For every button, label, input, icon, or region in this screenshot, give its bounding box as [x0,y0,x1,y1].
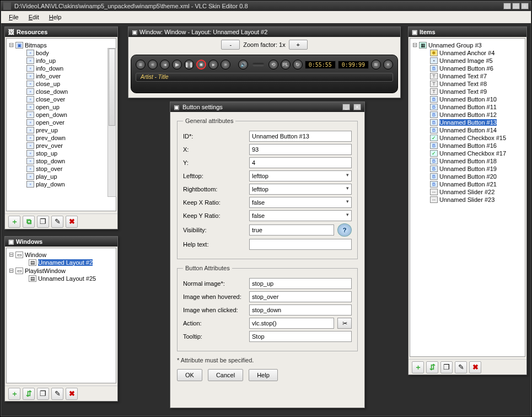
pl-icon[interactable]: PL [281,60,291,70]
item-node[interactable]: BUnnamed Button #11 [412,103,523,111]
copy-button[interactable]: ❐ [37,388,49,400]
windows-title[interactable]: ▣ Windows [5,237,117,247]
copy-button[interactable]: ❐ [440,361,453,373]
add-button[interactable]: ＋ [8,388,20,400]
vol-icon[interactable]: 🔊 [238,60,248,70]
zoom-out-button[interactable]: - [221,40,240,50]
menu-edit[interactable]: Edit [24,13,44,22]
normnormal-input[interactable]: stop_up [249,278,352,289]
resources-scrollbar[interactable] [108,48,116,197]
add2-button[interactable]: ⧉ [23,216,35,228]
edit-button[interactable]: ✎ [51,216,63,228]
item-node[interactable]: TUnnamed Text #8 [412,80,523,88]
bitmap-item[interactable]: ▫close_up [9,80,114,88]
action-edit-button[interactable]: ✂ [337,318,352,329]
x-input[interactable]: 93 [249,144,352,155]
bitmap-item[interactable]: ▫prev_down [9,134,114,142]
item-node[interactable]: ▫Unnamed Image #5 [412,57,523,65]
vis-input[interactable]: true [249,224,334,236]
item-node[interactable]: BUnnamed Button #21 [412,180,523,188]
items-tree[interactable]: ▦ Unnamed Group #3 ✱Unnamed Anchor #4▫Un… [410,38,525,357]
settings-titlebar[interactable]: ▣ Button settings _ × [170,102,364,112]
layout2-node[interactable]: ▤ Unnamed Layout #25 [9,275,114,282]
item-node[interactable]: TUnnamed Text #7 [412,72,523,80]
repeat-icon[interactable]: ↻ [293,60,303,70]
item-node[interactable]: BUnnamed Button #12 [412,111,523,119]
bitmap-item[interactable]: ▫close_over [9,95,114,103]
item-node[interactable]: BUnnamed Button #13 [412,119,523,126]
item-node[interactable]: BUnnamed Button #6 [412,65,523,72]
helptext-input[interactable] [249,239,352,250]
shuffle-icon[interactable]: ⟲ [268,60,278,70]
dlg-min-button[interactable]: _ [342,104,350,110]
preview-title[interactable]: ▣ Window: Window - Layout: Unnamed Layou… [128,27,400,37]
window-node[interactable]: ▭ Window [9,250,114,259]
item-node[interactable]: BUnnamed Button #19 [412,165,523,173]
lefttop-select[interactable]: lefttop [249,170,352,181]
skin-preview[interactable]: ≡ « ◂ ▶ ❚❚ ■ ▸ » 🔊 ⟲ PL ↻ 0:55:55 0:99:9… [131,55,398,93]
close-button[interactable]: × [521,3,529,9]
item-node[interactable]: ↔Unnamed Slider #23 [412,196,523,204]
prev-icon[interactable]: ◂ [160,60,170,70]
bitmaps-root[interactable]: ▣ Bitmaps [9,41,114,49]
keepy-select[interactable]: false [249,210,352,221]
pause-icon[interactable]: ❚❚ [184,60,194,70]
item-node[interactable]: TUnnamed Text #9 [412,88,523,95]
bitmap-item[interactable]: ▫open_up [9,103,114,111]
action-input[interactable]: vlc.stop() [249,318,334,329]
bitmap-item[interactable]: ▫prev_over [9,142,114,149]
bitmap-item[interactable]: ▫play_down [9,180,114,188]
menu-help[interactable]: Help [45,13,66,22]
bitmap-item[interactable]: ▫play_up [9,173,114,180]
next-icon[interactable]: ▸ [208,60,218,70]
cancel-button[interactable]: Cancel [208,369,243,381]
bitmap-item[interactable]: ▫stop_down [9,157,114,165]
y-input[interactable]: 4 [249,157,352,168]
titlebar[interactable]: D:\VideoLAN\VLC\skins\winamp5_unpacked\w… [1,1,531,11]
item-node[interactable]: BUnnamed Button #10 [412,95,523,103]
item-node[interactable]: ✓Unnamed Checkbox #15 [412,134,523,142]
tooltip-input[interactable]: Stop [249,331,352,342]
bitmap-item[interactable]: ▫open_over [9,119,114,126]
item-node[interactable]: BUnnamed Button #20 [412,173,523,180]
maximize-button[interactable]: □ [512,3,520,9]
rew-icon[interactable]: « [148,60,158,70]
edit-button[interactable]: ✎ [455,361,467,373]
items-title[interactable]: ▣ Items [409,27,526,37]
updown-button[interactable]: ⇵ [426,361,438,373]
group-root[interactable]: ▦ Unnamed Group #3 [412,41,523,49]
resources-title[interactable]: 🖼 Resources [5,27,117,37]
menu-file[interactable]: File [4,13,23,22]
ok-button[interactable]: OK [177,369,202,381]
item-node[interactable]: ✓Unnamed Checkbox #17 [412,149,523,157]
ffwd-icon[interactable]: » [221,60,230,70]
play-icon[interactable]: ▶ [172,60,182,70]
dlg-close-button[interactable]: × [353,104,361,110]
edit-button[interactable]: ✎ [51,388,63,400]
id-input[interactable]: Unnamed Button #13 [249,131,352,142]
menu-icon[interactable]: ≡ [136,60,146,70]
stop-icon[interactable]: ■ [196,60,206,70]
item-node[interactable]: ✱Unnamed Anchor #4 [412,49,523,57]
item-node[interactable]: BUnnamed Button #18 [412,157,523,165]
bitmap-item[interactable]: ▫stop_over [9,165,114,173]
playlistwindow-node[interactable]: ▭ PlaylistWindow [9,266,114,275]
eq-icon[interactable]: ≋ [371,60,381,70]
bitmap-item[interactable]: ▫info_over [9,72,114,80]
vis-help-button[interactable]: ? [337,223,352,237]
rightbottom-select[interactable]: lefttop [249,184,352,195]
bitmap-item[interactable]: ▫info_down [9,65,114,72]
bitmap-item[interactable]: ▫stop_up [9,149,114,157]
delete-button[interactable]: ✖ [66,388,78,400]
item-node[interactable]: BUnnamed Button #16 [412,142,523,149]
bitmap-item[interactable]: ▫prev_up [9,126,114,134]
resources-tree[interactable]: ▣ Bitmaps ▫body▫info_up▫info_down▫info_o… [6,38,116,211]
bitmap-item[interactable]: ▫open_down [9,111,114,119]
delete-button[interactable]: ✖ [66,216,78,228]
hover-input[interactable]: stop_over [249,291,352,302]
item-node[interactable]: BUnnamed Button #14 [412,126,523,134]
bitmap-item[interactable]: ▫body [9,49,114,57]
minimize-button[interactable]: _ [503,3,511,9]
item-node[interactable]: ↔Unnamed Slider #22 [412,188,523,196]
click-input[interactable]: stop_down [249,304,352,316]
